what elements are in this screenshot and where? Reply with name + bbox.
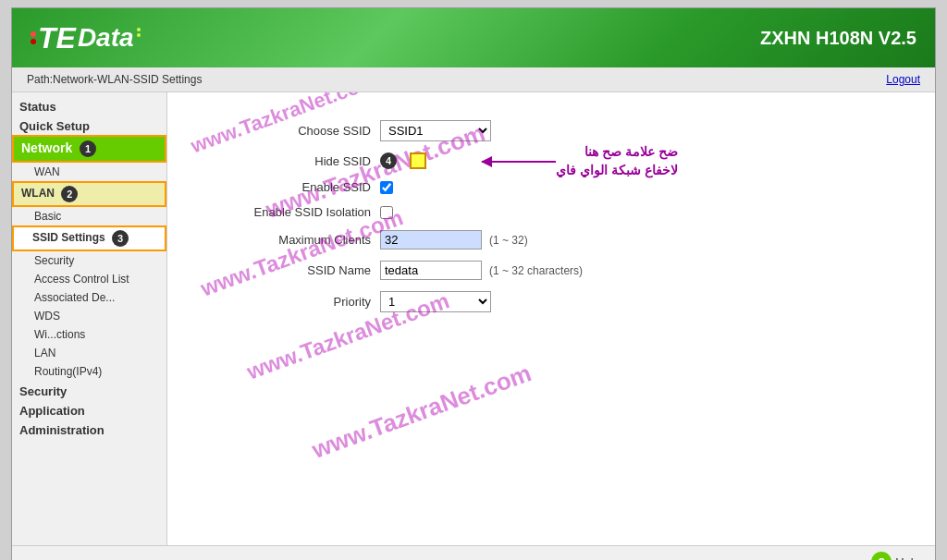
form-table: Choose SSID SSID1 SSID2 SSID3 SSID4 Hide… (195, 120, 907, 312)
ssid-name-control: (1 ~ 32 characters) (380, 261, 583, 280)
logo: TE Data (31, 23, 141, 53)
sidebar-section-quicksetup[interactable]: Quick Setup (12, 116, 166, 135)
logo-dot-top (31, 31, 36, 37)
annotation-text: ضح علامة صح هنا لاخفاع شبكة الواي فاي (556, 143, 678, 179)
logout-link[interactable]: Logout (886, 73, 920, 86)
header: TE Data ZXHN H108N V2.5 (12, 8, 935, 67)
priority-control: 1 2 3 4 (380, 291, 491, 312)
sidebar-item-basic[interactable]: Basic (12, 207, 166, 225)
enable-ssid-control (380, 181, 393, 194)
logo-data-text: Data (78, 23, 134, 53)
hide-ssid-badge: 4 (380, 152, 397, 169)
logo-dots (31, 30, 36, 45)
enable-ssid-checkbox[interactable] (380, 181, 393, 194)
enable-ssid-row: Enable SSID (195, 180, 907, 194)
wlan-badge: 2 (61, 186, 78, 202)
path-text: Path:Network-WLAN-SSID Settings (27, 73, 202, 86)
main-layout: Status Quick Setup Network 1 WAN WLAN 2 … (12, 92, 935, 545)
path-bar: Path:Network-WLAN-SSID Settings Logout (12, 67, 935, 92)
network-badge: 1 (80, 140, 96, 157)
sidebar-item-ssid-settings[interactable]: SSID Settings 3 (12, 225, 166, 251)
hide-ssid-control: 4 (380, 152, 426, 169)
help-icon: ? (871, 552, 892, 560)
ssid-name-label: SSID Name (195, 263, 380, 277)
enable-ssid-isolation-row: Enable SSID Isolation (195, 205, 907, 219)
logo-te-text: TE (38, 23, 76, 53)
sidebar-item-wlan-actions[interactable]: Wi...ctions (12, 325, 166, 344)
hide-ssid-row: Hide SSID 4 ضح علامة صح هنا لاخفاع شبكة … (195, 152, 907, 169)
logo-small-dot-2 (137, 33, 141, 37)
sidebar-section-security[interactable]: Security (12, 381, 166, 400)
content-area: www.TazkraNet.com www.TazkraNet.com www.… (167, 92, 935, 545)
logo-area: TE Data (31, 23, 141, 53)
sidebar-item-routing[interactable]: Routing(IPv4) (12, 362, 166, 381)
sidebar-item-acl[interactable]: Access Control List (12, 270, 166, 288)
logo-small-dot-1 (137, 28, 141, 31)
max-clients-row: Maximum Clients 32 (1 ~ 32) (195, 230, 907, 250)
wlan-label: WLAN (21, 187, 55, 200)
help-label: Help (895, 555, 920, 561)
choose-ssid-label: Choose SSID (195, 124, 380, 138)
hide-ssid-label: Hide SSID (195, 154, 380, 168)
enable-ssid-isolation-checkbox[interactable] (380, 206, 393, 219)
sidebar-item-network[interactable]: Network 1 (12, 135, 166, 163)
sidebar-item-associated[interactable]: Associated De... (12, 288, 166, 307)
ssid-settings-label: SSID Settings (32, 231, 105, 244)
enable-ssid-isolation-control (380, 206, 393, 219)
network-label: Network (21, 140, 72, 155)
annotation-line2: لاخفاع شبكة الواي فاي (556, 162, 678, 180)
max-clients-label: Maximum Clients (195, 233, 380, 247)
enable-ssid-isolation-label: Enable SSID Isolation (195, 205, 380, 219)
logo-small-dots (137, 27, 141, 38)
ssid-name-hint: (1 ~ 32 characters) (489, 264, 583, 277)
annotation-line1: ضح علامة صح هنا (556, 143, 678, 162)
priority-select[interactable]: 1 2 3 4 (380, 291, 491, 312)
ssid-badge: 3 (112, 230, 129, 247)
logo-dot-mid (31, 39, 36, 44)
ssid-name-row: SSID Name (1 ~ 32 characters) (195, 261, 907, 280)
choose-ssid-row: Choose SSID SSID1 SSID2 SSID3 SSID4 (195, 120, 907, 141)
annotation-group: ضح علامة صح هنا لاخفاع شبكة الواي فاي (482, 143, 678, 179)
max-clients-input[interactable]: 32 (380, 230, 482, 250)
main-frame: TE Data ZXHN H108N V2.5 Path:Network-WLA… (11, 7, 936, 560)
sidebar: Status Quick Setup Network 1 WAN WLAN 2 … (12, 92, 167, 545)
enable-ssid-label: Enable SSID (195, 180, 380, 194)
sidebar-section-status: Status (12, 96, 166, 116)
priority-row: Priority 1 2 3 4 (195, 291, 907, 312)
ssid-name-input[interactable] (380, 261, 482, 280)
sidebar-section-admin[interactable]: Administration (12, 420, 166, 439)
max-clients-control: 32 (1 ~ 32) (380, 230, 528, 250)
sidebar-item-lan[interactable]: LAN (12, 344, 166, 362)
sidebar-item-security[interactable]: Security (12, 251, 166, 270)
max-clients-hint: (1 ~ 32) (489, 234, 528, 247)
watermark-5: www.TazkraNet.com (308, 359, 535, 465)
help-button[interactable]: ? Help (871, 552, 920, 560)
sidebar-item-wds[interactable]: WDS (12, 307, 166, 325)
hide-ssid-checkbox-box[interactable] (410, 152, 426, 169)
sidebar-item-wlan[interactable]: WLAN 2 (12, 181, 166, 207)
sidebar-section-application[interactable]: Application (12, 400, 166, 420)
bottom-bar: ? Help (12, 545, 935, 560)
priority-label: Priority (195, 295, 380, 309)
arrow-head (481, 156, 492, 167)
choose-ssid-select[interactable]: SSID1 SSID2 SSID3 SSID4 (380, 120, 491, 141)
arrow-body (482, 161, 556, 163)
router-model: ZXHN H108N V2.5 (760, 28, 916, 49)
sidebar-item-wan[interactable]: WAN (12, 163, 166, 181)
choose-ssid-control: SSID1 SSID2 SSID3 SSID4 (380, 120, 491, 141)
